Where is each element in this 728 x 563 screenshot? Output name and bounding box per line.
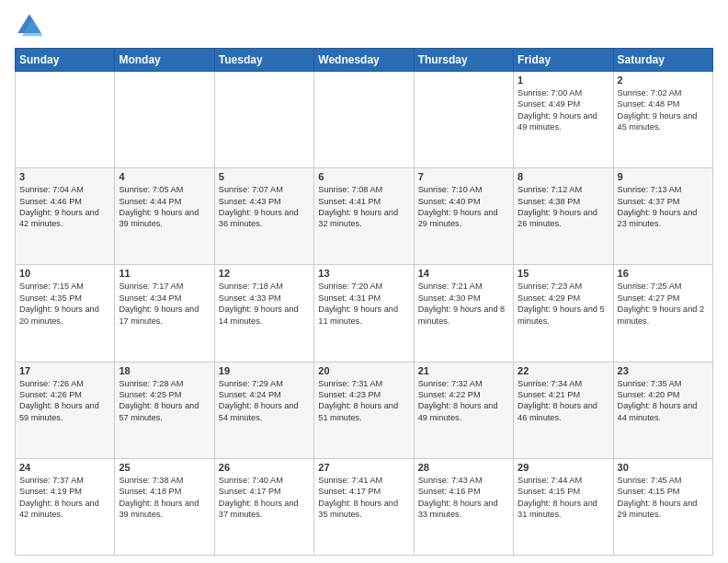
calendar-header-row: SundayMondayTuesdayWednesdayThursdayFrid… — [16, 49, 713, 72]
cell-content: Sunrise: 7:00 AMSunset: 4:49 PMDaylight:… — [518, 87, 609, 133]
day-number: 28 — [418, 462, 509, 473]
calendar-cell: 10 Sunrise: 7:15 AMSunset: 4:35 PMDaylig… — [16, 265, 115, 362]
calendar-cell: 19 Sunrise: 7:29 AMSunset: 4:24 PMDaylig… — [214, 362, 313, 458]
calendar-cell: 24 Sunrise: 7:37 AMSunset: 4:19 PMDaylig… — [16, 458, 115, 555]
calendar-week-row: 10 Sunrise: 7:15 AMSunset: 4:35 PMDaylig… — [16, 265, 713, 362]
day-number: 26 — [219, 462, 310, 473]
day-number: 21 — [418, 365, 509, 376]
cell-content: Sunrise: 7:43 AMSunset: 4:16 PMDaylight:… — [418, 475, 509, 521]
cell-content: Sunrise: 7:29 AMSunset: 4:24 PMDaylight:… — [219, 378, 310, 424]
calendar-cell — [214, 72, 313, 168]
cell-content: Sunrise: 7:05 AMSunset: 4:44 PMDaylight:… — [119, 184, 210, 230]
day-number: 6 — [318, 171, 409, 182]
cell-content: Sunrise: 7:32 AMSunset: 4:22 PMDaylight:… — [418, 378, 509, 424]
cell-content: Sunrise: 7:31 AMSunset: 4:23 PMDaylight:… — [318, 378, 409, 424]
day-number: 14 — [418, 268, 509, 279]
cell-content: Sunrise: 7:20 AMSunset: 4:31 PMDaylight:… — [318, 281, 409, 327]
cell-content: Sunrise: 7:08 AMSunset: 4:41 PMDaylight:… — [318, 184, 409, 230]
calendar: SundayMondayTuesdayWednesdayThursdayFrid… — [15, 48, 713, 556]
calendar-cell: 26 Sunrise: 7:40 AMSunset: 4:17 PMDaylig… — [214, 458, 313, 555]
calendar-cell: 30 Sunrise: 7:45 AMSunset: 4:15 PMDaylig… — [613, 458, 712, 555]
calendar-week-row: 24 Sunrise: 7:37 AMSunset: 4:19 PMDaylig… — [16, 458, 713, 555]
calendar-cell: 17 Sunrise: 7:26 AMSunset: 4:26 PMDaylig… — [16, 362, 115, 458]
day-header-monday: Monday — [115, 49, 214, 72]
day-number: 22 — [518, 365, 609, 376]
day-header-tuesday: Tuesday — [214, 49, 313, 72]
calendar-cell: 7 Sunrise: 7:10 AMSunset: 4:40 PMDayligh… — [414, 168, 513, 265]
calendar-cell: 20 Sunrise: 7:31 AMSunset: 4:23 PMDaylig… — [314, 362, 414, 458]
cell-content: Sunrise: 7:45 AMSunset: 4:15 PMDaylight:… — [618, 475, 709, 521]
calendar-cell: 23 Sunrise: 7:35 AMSunset: 4:20 PMDaylig… — [613, 362, 712, 458]
page: SundayMondayTuesdayWednesdayThursdayFrid… — [0, 0, 728, 563]
cell-content: Sunrise: 7:18 AMSunset: 4:33 PMDaylight:… — [219, 281, 310, 327]
cell-content: Sunrise: 7:23 AMSunset: 4:29 PMDaylight:… — [518, 281, 609, 327]
cell-content: Sunrise: 7:07 AMSunset: 4:43 PMDaylight:… — [219, 184, 310, 230]
day-number: 13 — [318, 268, 409, 279]
calendar-cell: 6 Sunrise: 7:08 AMSunset: 4:41 PMDayligh… — [314, 168, 414, 265]
calendar-cell: 3 Sunrise: 7:04 AMSunset: 4:46 PMDayligh… — [16, 168, 115, 265]
calendar-cell: 8 Sunrise: 7:12 AMSunset: 4:38 PMDayligh… — [514, 168, 613, 265]
cell-content: Sunrise: 7:02 AMSunset: 4:48 PMDaylight:… — [618, 87, 709, 133]
cell-content: Sunrise: 7:10 AMSunset: 4:40 PMDaylight:… — [418, 184, 509, 230]
calendar-week-row: 17 Sunrise: 7:26 AMSunset: 4:26 PMDaylig… — [16, 362, 713, 458]
cell-content: Sunrise: 7:40 AMSunset: 4:17 PMDaylight:… — [219, 475, 310, 521]
calendar-cell: 4 Sunrise: 7:05 AMSunset: 4:44 PMDayligh… — [115, 168, 214, 265]
day-number: 5 — [219, 171, 310, 182]
cell-content: Sunrise: 7:15 AMSunset: 4:35 PMDaylight:… — [19, 281, 110, 327]
cell-content: Sunrise: 7:41 AMSunset: 4:17 PMDaylight:… — [318, 475, 409, 521]
day-number: 1 — [518, 75, 609, 86]
day-header-wednesday: Wednesday — [314, 49, 414, 72]
day-number: 11 — [119, 268, 210, 279]
day-number: 19 — [219, 365, 310, 376]
calendar-cell — [414, 72, 513, 168]
day-header-friday: Friday — [514, 49, 613, 72]
cell-content: Sunrise: 7:35 AMSunset: 4:20 PMDaylight:… — [618, 378, 709, 424]
day-number: 24 — [19, 462, 110, 473]
calendar-cell: 29 Sunrise: 7:44 AMSunset: 4:15 PMDaylig… — [514, 458, 613, 555]
day-number: 9 — [618, 171, 709, 182]
day-number: 23 — [618, 365, 709, 376]
calendar-cell: 1 Sunrise: 7:00 AMSunset: 4:49 PMDayligh… — [514, 72, 613, 168]
day-number: 15 — [518, 268, 609, 279]
day-number: 18 — [119, 365, 210, 376]
day-header-sunday: Sunday — [16, 49, 115, 72]
calendar-week-row: 1 Sunrise: 7:00 AMSunset: 4:49 PMDayligh… — [16, 72, 713, 168]
calendar-cell — [314, 72, 414, 168]
cell-content: Sunrise: 7:44 AMSunset: 4:15 PMDaylight:… — [518, 475, 609, 521]
day-header-thursday: Thursday — [414, 49, 513, 72]
day-number: 16 — [618, 268, 709, 279]
day-number: 20 — [318, 365, 409, 376]
calendar-cell — [115, 72, 214, 168]
header — [15, 11, 713, 40]
cell-content: Sunrise: 7:17 AMSunset: 4:34 PMDaylight:… — [119, 281, 210, 327]
day-number: 10 — [19, 268, 110, 279]
calendar-cell: 11 Sunrise: 7:17 AMSunset: 4:34 PMDaylig… — [115, 265, 214, 362]
logo-icon — [15, 11, 44, 40]
calendar-cell: 27 Sunrise: 7:41 AMSunset: 4:17 PMDaylig… — [314, 458, 414, 555]
day-number: 12 — [219, 268, 310, 279]
day-number: 30 — [618, 462, 709, 473]
calendar-cell: 13 Sunrise: 7:20 AMSunset: 4:31 PMDaylig… — [314, 265, 414, 362]
calendar-cell: 18 Sunrise: 7:28 AMSunset: 4:25 PMDaylig… — [115, 362, 214, 458]
calendar-cell: 12 Sunrise: 7:18 AMSunset: 4:33 PMDaylig… — [214, 265, 313, 362]
day-number: 27 — [318, 462, 409, 473]
day-number: 17 — [19, 365, 110, 376]
calendar-cell: 21 Sunrise: 7:32 AMSunset: 4:22 PMDaylig… — [414, 362, 513, 458]
cell-content: Sunrise: 7:12 AMSunset: 4:38 PMDaylight:… — [518, 184, 609, 230]
calendar-cell: 15 Sunrise: 7:23 AMSunset: 4:29 PMDaylig… — [514, 265, 613, 362]
cell-content: Sunrise: 7:13 AMSunset: 4:37 PMDaylight:… — [618, 184, 709, 230]
day-number: 29 — [518, 462, 609, 473]
day-number: 2 — [618, 75, 709, 86]
cell-content: Sunrise: 7:25 AMSunset: 4:27 PMDaylight:… — [618, 281, 709, 327]
day-number: 4 — [119, 171, 210, 182]
calendar-cell: 14 Sunrise: 7:21 AMSunset: 4:30 PMDaylig… — [414, 265, 513, 362]
logo — [15, 11, 48, 40]
cell-content: Sunrise: 7:34 AMSunset: 4:21 PMDaylight:… — [518, 378, 609, 424]
calendar-cell: 16 Sunrise: 7:25 AMSunset: 4:27 PMDaylig… — [613, 265, 712, 362]
cell-content: Sunrise: 7:04 AMSunset: 4:46 PMDaylight:… — [19, 184, 110, 230]
day-header-saturday: Saturday — [613, 49, 712, 72]
calendar-cell: 2 Sunrise: 7:02 AMSunset: 4:48 PMDayligh… — [613, 72, 712, 168]
cell-content: Sunrise: 7:21 AMSunset: 4:30 PMDaylight:… — [418, 281, 509, 327]
day-number: 3 — [19, 171, 110, 182]
day-number: 7 — [418, 171, 509, 182]
